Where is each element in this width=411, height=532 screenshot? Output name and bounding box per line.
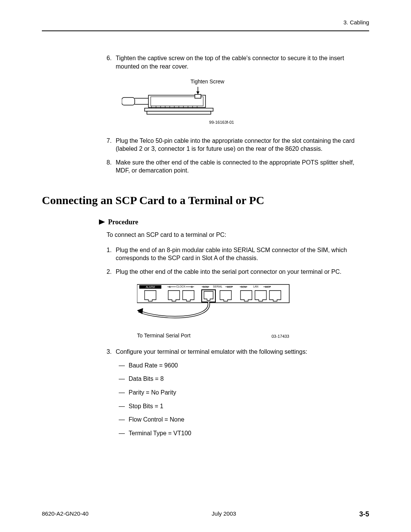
footer-doc-number: 8620-A2-GN20-40	[42, 510, 89, 518]
panel-label-b: B	[191, 286, 193, 288]
figure-tighten-screw: Tighten Screw	[122, 78, 369, 125]
step-text: Plug the Telco 50-pin cable into the app…	[116, 137, 369, 153]
figure-serial-port: ALARM A CLOCK B SCM SERIAL MCP SCM LAN M…	[137, 282, 369, 339]
setting-text: Terminal Type = VT100	[129, 429, 191, 438]
step-number: 7.	[107, 137, 116, 153]
step-text: Plug the other end of the cable into the…	[116, 268, 369, 276]
step-text: Configure your terminal or terminal emul…	[116, 348, 369, 356]
settings-list: —Baud Rate = 9600 —Data Bits = 8 —Parity…	[119, 361, 369, 438]
body-upper: 6. Tighten the captive screw on the top …	[107, 54, 369, 175]
step-text: Tighten the captive screw on the top of …	[116, 54, 369, 70]
svg-marker-1	[196, 91, 199, 94]
panel-label-mcp2: MCP	[265, 286, 271, 288]
panel-label-a: A	[169, 286, 171, 288]
header-rule: 3. Cabling	[42, 19, 369, 31]
panel-label-alarm: ALARM	[146, 286, 155, 288]
footer-page-number: 3-5	[359, 510, 369, 518]
body-lower: 1. Plug the end of an 8-pin modular cabl…	[107, 246, 369, 437]
figure-top-label: Tighten Screw	[156, 78, 259, 85]
step-number: 2.	[107, 268, 116, 276]
step-number: 3.	[107, 348, 116, 356]
svg-marker-21	[99, 219, 105, 225]
setting-text: Flow Control = None	[129, 415, 184, 424]
triangle-right-icon	[99, 219, 105, 225]
setting-item: —Parity = No Parity	[119, 388, 369, 397]
svg-rect-8	[145, 108, 213, 111]
setting-item: —Baud Rate = 9600	[119, 361, 369, 370]
setting-item: —Terminal Type = VT100	[119, 429, 369, 438]
step-b2: 2. Plug the other end of the cable into …	[107, 268, 369, 276]
panel-label-clock: CLOCK	[176, 285, 185, 288]
figure-id: 99-16163f-01	[131, 120, 234, 125]
procedure-label: Procedure	[108, 218, 138, 226]
step-b3: 3. Configure your terminal or terminal e…	[107, 348, 369, 356]
header-chapter: 3. Cabling	[343, 19, 369, 26]
setting-text: Baud Rate = 9600	[129, 361, 178, 370]
setting-text: Parity = No Parity	[129, 388, 176, 397]
procedure-heading: Procedure	[99, 218, 369, 226]
figure2-caption: To Terminal Serial Port 03-17433	[137, 332, 289, 339]
svg-marker-31	[137, 308, 143, 314]
page: 3. Cabling 6. Tighten the captive screw …	[0, 0, 411, 532]
figure2-left-label: To Terminal Serial Port	[137, 332, 191, 339]
step-text: Make sure the other end of the cable is …	[116, 158, 369, 175]
step-6: 6. Tighten the captive screw on the top …	[107, 54, 369, 70]
step-8: 8. Make sure the other end of the cable …	[107, 158, 369, 175]
panel-label-serial: SERIAL	[213, 285, 223, 288]
step-number: 6.	[107, 54, 116, 70]
panel-label-scm2: SCM	[241, 286, 247, 288]
svg-rect-9	[147, 111, 211, 114]
procedure-intro: To connect an SCP card to a terminal or …	[107, 232, 369, 238]
panel-label-scm1: SCM	[202, 286, 209, 288]
panel-label-lan: LAN	[253, 285, 258, 288]
step-number: 8.	[107, 158, 116, 175]
figure2-id: 03-17433	[272, 334, 290, 339]
setting-item: —Data Bits = 8	[119, 375, 369, 383]
setting-item: —Stop Bits = 1	[119, 402, 369, 411]
page-footer: 8620-A2-GN20-40 July 2003 3-5	[42, 510, 369, 518]
section-heading: Connecting an SCP Card to a Terminal or …	[42, 194, 369, 207]
footer-date: July 2003	[212, 510, 236, 518]
step-number: 1.	[107, 246, 116, 262]
step-7: 7. Plug the Telco 50-pin cable into the …	[107, 137, 369, 153]
setting-text: Stop Bits = 1	[129, 402, 163, 411]
svg-rect-2	[122, 97, 135, 105]
svg-rect-7	[195, 94, 201, 98]
setting-item: —Flow Control = None	[119, 415, 369, 424]
rear-panel-illustration: ALARM A CLOCK B SCM SERIAL MCP SCM LAN M…	[137, 282, 297, 328]
connector-illustration	[122, 87, 225, 117]
step-text: Plug the end of an 8-pin modular cable i…	[116, 246, 369, 262]
panel-label-mcp1: MCP	[227, 286, 233, 288]
setting-text: Data Bits = 8	[129, 375, 164, 383]
step-b1: 1. Plug the end of an 8-pin modular cabl…	[107, 246, 369, 262]
